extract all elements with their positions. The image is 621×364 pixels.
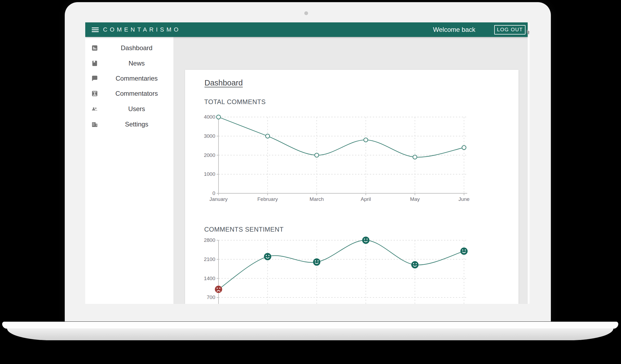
dashboard-card: Dashboard TOTAL COMMENTS 010002000300040… xyxy=(185,70,518,304)
logout-button[interactable]: LOG OUT xyxy=(494,25,526,35)
sidebar-item-settings[interactable]: Settings xyxy=(85,117,173,132)
svg-text:1400: 1400 xyxy=(204,276,215,281)
main-content: Dashboard TOTAL COMMENTS 010002000300040… xyxy=(174,37,528,304)
sidebar-item-dashboard[interactable]: Dashboard xyxy=(85,40,173,56)
sidebar-item-label: Commentators xyxy=(102,86,171,101)
webcam-dot xyxy=(304,11,308,15)
scrollbar[interactable] xyxy=(528,22,530,304)
total-comments-chart[interactable]: 01000200030004000JanuaryFebruaryMarchApr… xyxy=(200,110,486,203)
laptop-base xyxy=(2,322,618,329)
sidebar-item-label: Settings xyxy=(102,117,171,132)
laptop-base-front xyxy=(7,328,613,340)
sidebar-item-news[interactable]: News xyxy=(85,56,173,71)
hamburger-menu-icon[interactable] xyxy=(92,28,99,32)
svg-text:May: May xyxy=(410,196,420,202)
svg-text:April: April xyxy=(361,196,371,202)
total-comments-heading: TOTAL COMMENTS xyxy=(204,98,266,106)
comments-sentiment-chart[interactable]: 0700140021002800JanuaryFebruaryMarchApri… xyxy=(200,234,486,304)
sidebar-item-users[interactable]: Users xyxy=(85,101,173,116)
sidebar-item-commentators[interactable]: Commentators xyxy=(85,86,173,101)
comments-sentiment-heading: COMMENTS SENTIMENT xyxy=(204,226,284,233)
svg-text:June: June xyxy=(458,196,469,202)
sidebar-item-label: News xyxy=(102,56,171,71)
comment-icon xyxy=(91,75,98,82)
sidebar-item-commentaries[interactable]: Commentaries xyxy=(85,71,173,86)
svg-text:January: January xyxy=(209,196,228,202)
svg-text:1000: 1000 xyxy=(204,171,215,177)
app-header: COMENTARISMO Welcome back LOG OUT xyxy=(85,22,528,37)
people-icon xyxy=(91,105,98,112)
page-title[interactable]: Dashboard xyxy=(204,78,243,87)
brand-logo: COMENTARISMO xyxy=(103,26,181,33)
bar-chart-icon xyxy=(91,44,98,51)
building-icon xyxy=(91,121,98,128)
svg-text:4000: 4000 xyxy=(204,114,215,120)
sidebar-item-label: Users xyxy=(102,101,171,116)
contact-card-icon xyxy=(91,90,98,97)
sidebar-item-label: Commentaries xyxy=(102,71,171,86)
svg-text:3000: 3000 xyxy=(204,133,215,139)
svg-text:700: 700 xyxy=(207,294,215,300)
svg-text:2800: 2800 xyxy=(204,237,215,243)
sidebar-item-label: Dashboard xyxy=(102,40,171,56)
mouse-cursor-icon xyxy=(527,29,530,35)
svg-text:March: March xyxy=(310,196,324,202)
sidebar-nav: Dashboard News Commentaries Commentators xyxy=(85,37,174,304)
welcome-text: Welcome back xyxy=(433,26,475,33)
book-icon xyxy=(91,60,98,67)
app-screen: COMENTARISMO Welcome back LOG OUT Dashbo… xyxy=(85,22,530,304)
svg-text:February: February xyxy=(257,196,278,202)
svg-text:2100: 2100 xyxy=(204,256,215,262)
svg-text:0: 0 xyxy=(212,190,215,196)
svg-text:2000: 2000 xyxy=(204,152,215,158)
